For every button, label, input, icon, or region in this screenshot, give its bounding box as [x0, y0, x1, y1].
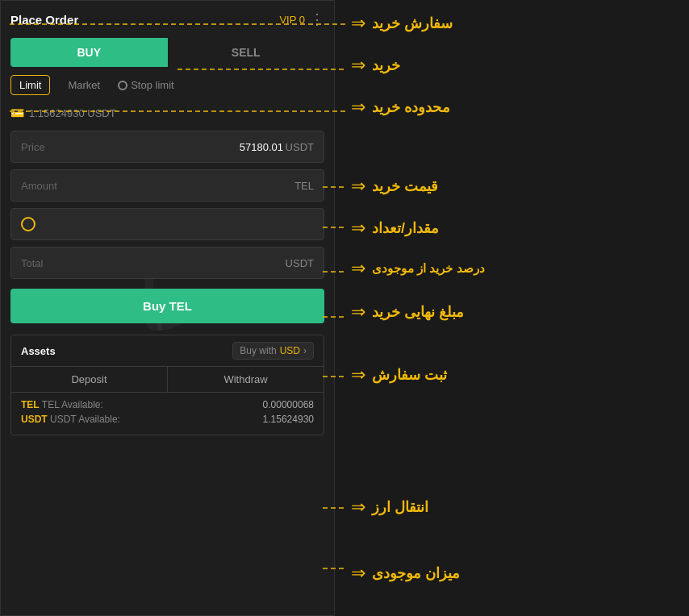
buy-button[interactable]: BUY — [10, 38, 168, 67]
sell-button[interactable]: SELL — [168, 38, 325, 67]
tab-market[interactable]: Market — [60, 76, 108, 94]
arrow-transfer: ⇒ — [351, 498, 365, 516]
annotation-percent-text: درصد خرید از موجودی — [372, 261, 485, 276]
price-input[interactable] — [21, 131, 333, 162]
tel-available-label: TEL TEL Available: — [21, 399, 103, 410]
amount-field-row: Amount TEL — [10, 169, 324, 202]
assets-section: Assets Buy with USD › Deposit Withdraw T… — [10, 335, 324, 435]
arrow-submit: ⇒ — [351, 366, 365, 384]
annotation-balance: ⇒ میزان موجودی — [351, 564, 460, 582]
vip-label: VIP 0 — [279, 14, 305, 26]
total-input[interactable] — [21, 248, 333, 278]
arrow-price: ⇒ — [351, 177, 365, 195]
annotation-transfer-text: انتقال ارز — [372, 498, 428, 516]
annotation-buy-text: خرید — [372, 56, 400, 74]
main-container: عا Place Order VIP 0 ⋮ BUY SELL Limit Ma… — [0, 0, 689, 616]
right-panel: ⇒ سفارش خرید ⇒ خرید ⇒ محدوده خرید ⇒ قیمت… — [335, 0, 689, 616]
deposit-button[interactable]: Deposit — [11, 367, 168, 392]
balance-amount: 1.15624930 USDT — [29, 107, 116, 119]
buy-tel-button[interactable]: Buy TEL — [10, 289, 324, 323]
usdt-available-value: 1.15624930 — [263, 414, 314, 425]
assets-title: Assets — [21, 345, 56, 357]
annotation-total: ⇒ مبلغ نهایی خرید — [351, 303, 464, 321]
withdraw-button[interactable]: Withdraw — [168, 367, 324, 392]
buy-sell-toggle: BUY SELL — [10, 38, 324, 67]
order-type-row: Limit Market Stop limit — [10, 75, 324, 95]
usdt-available-label: USDT USDT Available: — [21, 414, 120, 425]
annotation-limit-text: محدوده خرید — [372, 98, 450, 116]
annotation-order-text: سفارش خرید — [372, 15, 453, 32]
annotation-submit: ⇒ ثبت سفارش — [351, 366, 447, 384]
available-row: TEL TEL Available: 0.00000068 USDT USDT … — [11, 393, 324, 435]
annotation-order: ⇒ سفارش خرید — [351, 15, 453, 32]
buy-with-currency: USD — [280, 345, 300, 356]
annotation-limit: ⇒ محدوده خرید — [351, 98, 450, 116]
annotation-price: ⇒ قیمت خرید — [351, 177, 438, 195]
tel-available-value: 0.00000068 — [263, 399, 314, 410]
buy-with-button[interactable]: Buy with USD › — [232, 342, 314, 360]
total-field-row: Total USDT — [10, 247, 324, 279]
annotation-amount-text: مقدار/تعداد — [372, 219, 439, 237]
percentage-slider-row[interactable] — [10, 208, 324, 240]
vip-badge: VIP 0 ⋮ — [279, 10, 324, 28]
arrow-buy: ⇒ — [351, 56, 365, 74]
tel-available-line: TEL TEL Available: 0.00000068 — [21, 399, 314, 410]
tab-stop-limit[interactable]: Stop limit — [118, 79, 173, 91]
arrow-limit: ⇒ — [351, 98, 365, 116]
left-panel: عا Place Order VIP 0 ⋮ BUY SELL Limit Ma… — [0, 0, 335, 616]
chevron-right-icon: › — [303, 345, 307, 356]
amount-input[interactable] — [21, 170, 333, 201]
arrow-total: ⇒ — [351, 303, 365, 321]
panel-content: Place Order VIP 0 ⋮ BUY SELL Limit Marke… — [10, 10, 324, 435]
annotation-submit-text: ثبت سفارش — [372, 366, 447, 384]
buy-with-label: Buy with — [240, 345, 276, 356]
stop-limit-label: Stop limit — [131, 79, 173, 91]
annotation-buy: ⇒ خرید — [351, 56, 400, 74]
arrow-percent: ⇒ — [351, 260, 365, 277]
menu-button[interactable]: ⋮ — [310, 10, 324, 28]
annotation-price-text: قیمت خرید — [372, 177, 438, 195]
annotation-balance-text: میزان موجودی — [372, 564, 460, 582]
balance-row: 💳 1.15624930 USDT — [10, 103, 324, 123]
stop-limit-radio[interactable] — [118, 81, 127, 90]
assets-header: Assets Buy with USD › — [11, 335, 324, 367]
annotation-amount: ⇒ مقدار/تعداد — [351, 219, 439, 237]
deposit-withdraw-row: Deposit Withdraw — [11, 367, 324, 393]
slider-handle[interactable] — [21, 217, 35, 231]
arrow-order: ⇒ — [351, 15, 365, 32]
panel-title: Place Order — [10, 13, 78, 27]
panel-header: Place Order VIP 0 ⋮ — [10, 10, 324, 28]
card-icon: 💳 — [10, 106, 24, 119]
arrow-balance: ⇒ — [351, 564, 365, 582]
arrow-amount: ⇒ — [351, 219, 365, 237]
tab-limit[interactable]: Limit — [10, 75, 50, 95]
annotation-total-text: مبلغ نهایی خرید — [372, 303, 464, 321]
annotation-percent: ⇒ درصد خرید از موجودی — [351, 260, 485, 277]
annotation-transfer: ⇒ انتقال ارز — [351, 498, 428, 516]
price-field-row: Price 57180.01 USDT — [10, 131, 324, 163]
usdt-available-line: USDT USDT Available: 1.15624930 — [21, 414, 314, 425]
